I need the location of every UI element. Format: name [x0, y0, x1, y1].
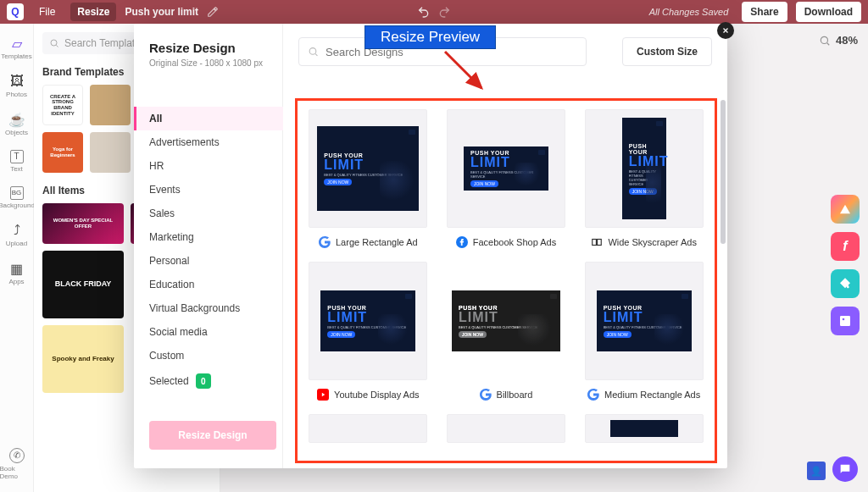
resize-design-button[interactable]: Resize Design: [149, 421, 276, 450]
phone-icon: ✆: [9, 448, 25, 463]
preview-frame: PUSH YOURLIMITBEST & QUALITY FITNESS CUS…: [309, 109, 427, 228]
effects-icon: f: [843, 239, 847, 254]
preview-card-peek[interactable]: [583, 414, 704, 443]
svg-rect-6: [593, 240, 597, 246]
brand-thumb-1[interactable]: CREATE A STRONG BRAND IDENTITY: [42, 85, 83, 125]
brand-thumb-2[interactable]: [90, 85, 131, 125]
svg-rect-2: [840, 316, 850, 326]
tool-image[interactable]: [831, 307, 860, 335]
all-thumb-3-text: Spooky and Freaky: [52, 356, 114, 363]
preview-caption: Facebook Shop Ads: [456, 236, 556, 248]
palette-icon: [838, 202, 852, 216]
svg-point-0: [821, 36, 827, 43]
search-icon: [49, 38, 59, 48]
cat-custom[interactable]: Custom: [149, 344, 282, 368]
preview-frame: PUSH YOURLIMITBEST & QUALITY FITNESS CUS…: [585, 262, 704, 380]
modal-subtitle: Original Size - 1080 x 1080 px: [149, 58, 282, 68]
undo-icon[interactable]: [417, 5, 431, 19]
rail-book-demo[interactable]: ✆Book Demo: [0, 443, 34, 485]
preview-frame: PUSH YOURLIMITBEST & QUALITY FITNESS CUS…: [447, 109, 565, 228]
search-icon: [308, 46, 319, 58]
rail-upload[interactable]: ⤴Upload: [0, 218, 34, 252]
preview-card[interactable]: PUSH YOURLIMITBEST & QUALITY FITNESS CUS…: [308, 109, 429, 248]
preview-card[interactable]: PUSH YOURLIMITBEST & QUALITY FITNESS CUS…: [446, 262, 567, 401]
brand-thumb-5[interactable]: [90, 132, 131, 173]
zoom-value: 48%: [836, 34, 858, 47]
preview-card[interactable]: PUSH YOURLIMITBEST & QUALITY FITNESS CUS…: [583, 262, 704, 401]
design-title[interactable]: Push your limit: [125, 6, 198, 18]
presence-avatar[interactable]: 👤: [807, 462, 826, 480]
svg-point-1: [51, 40, 57, 46]
preview-card[interactable]: PUSH YOURLIMITBEST & QUALITY FITNESS CUS…: [308, 262, 429, 401]
edit-icon[interactable]: [207, 6, 219, 18]
preview-card[interactable]: PUSH YOURLIMITBEST & QUALITY FITNESS CUS…: [446, 109, 567, 248]
category-list: All Advertisements HR Events Sales Marke…: [149, 107, 282, 395]
all-thumb-2[interactable]: BLACK FRIDAY: [42, 251, 124, 318]
cat-education[interactable]: Education: [149, 273, 282, 296]
rail-background[interactable]: BGBackground: [0, 181, 34, 214]
all-thumb-2-text: BLACK FRIDAY: [55, 280, 112, 289]
rail-photos[interactable]: 🖼Photos: [0, 69, 34, 103]
preview-caption: Wide Skyscraper Ads: [591, 236, 697, 248]
tool-effects[interactable]: f: [831, 232, 860, 261]
right-tools: f: [831, 195, 860, 335]
redo-icon[interactable]: [437, 5, 451, 19]
image-icon: [838, 314, 852, 328]
rail-text[interactable]: TText: [0, 145, 34, 178]
objects-icon: ☕: [9, 112, 25, 127]
rail-apps[interactable]: ▦Apps: [0, 256, 34, 290]
preview-grid: PUSH YOURLIMITBEST & QUALITY FITNESS CUS…: [308, 109, 704, 401]
brand-thumb-4[interactable]: Yoga for Beginners: [42, 132, 83, 173]
svg-point-3: [843, 318, 845, 321]
cat-ads[interactable]: Advertisements: [149, 130, 282, 154]
all-thumb-1[interactable]: WOMEN'S DAY SPECIAL OFFER: [42, 203, 124, 244]
share-button[interactable]: Share: [742, 2, 787, 22]
cat-marketing[interactable]: Marketing: [149, 225, 282, 249]
app-logo[interactable]: Q: [7, 3, 24, 20]
close-button[interactable]: [717, 22, 734, 39]
rail-objects[interactable]: ☕Objects: [0, 107, 34, 141]
modal-sidebar: Resize Design Original Size - 1080 x 108…: [134, 24, 283, 468]
preview-caption: Youtube Display Ads: [317, 389, 420, 401]
selected-label: Selected: [149, 375, 189, 387]
preview-card-peek[interactable]: [308, 414, 429, 443]
selected-count-badge: 0: [196, 373, 211, 389]
tool-palette[interactable]: [831, 195, 860, 224]
rail-templates[interactable]: ▱Templates: [0, 30, 34, 65]
download-button[interactable]: Download: [796, 2, 861, 22]
preview-grid-area: PUSH YOURLIMITBEST & QUALITY FITNESS CUS…: [295, 98, 717, 463]
scrollbar[interactable]: [721, 100, 726, 244]
text-icon: T: [10, 150, 24, 163]
cat-sales[interactable]: Sales: [149, 202, 282, 225]
modal-title: Resize Design: [149, 41, 282, 55]
photos-icon: 🖼: [9, 74, 25, 89]
menu-resize[interactable]: Resize: [70, 3, 116, 21]
svg-point-4: [309, 48, 316, 55]
all-thumb-3[interactable]: Spooky and Freaky: [42, 325, 124, 393]
save-status: All Changes Saved: [649, 7, 729, 17]
cat-social[interactable]: Social media: [149, 320, 282, 344]
modal-header-row: Custom Size: [298, 37, 712, 66]
annotation-label: Resize Preview: [364, 25, 496, 49]
cat-events[interactable]: Events: [149, 178, 282, 202]
zoom-control[interactable]: 48%: [819, 34, 858, 47]
cat-virtual-bg[interactable]: Virtual Backgrounds: [149, 296, 282, 320]
preview-frame: PUSH YOURLIMITBEST & QUALITY FITNESS CUS…: [309, 262, 427, 380]
preview-card[interactable]: PUSH YOURLIMITBEST & QUALITY FITNESS CUS…: [583, 109, 704, 248]
apps-icon: ▦: [9, 261, 25, 276]
menu-file[interactable]: File: [32, 3, 62, 21]
preview-card-peek[interactable]: [446, 414, 567, 443]
preview-caption: Billboard: [480, 389, 533, 401]
selected-row[interactable]: Selected 0: [149, 368, 282, 395]
resize-modal: Resize Design Original Size - 1080 x 108…: [134, 24, 727, 468]
chat-button[interactable]: [832, 456, 858, 482]
custom-size-button[interactable]: Custom Size: [622, 37, 712, 66]
preview-frame: PUSH YOURLIMITBEST & QUALITY FITNESS CUS…: [447, 262, 565, 380]
cat-all[interactable]: All: [134, 107, 283, 130]
tool-color[interactable]: [831, 269, 860, 298]
close-icon: [721, 26, 730, 35]
cat-hr[interactable]: HR: [149, 154, 282, 178]
preview-frame: PUSH YOURLIMITBEST & QUALITY FITNESS CUS…: [585, 109, 704, 228]
cat-personal[interactable]: Personal: [149, 249, 282, 273]
svg-rect-7: [598, 240, 602, 246]
